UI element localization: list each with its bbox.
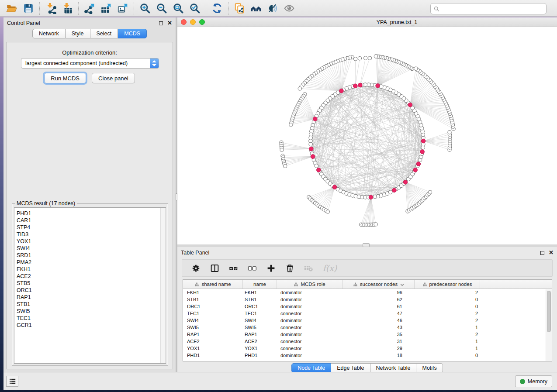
mcds-result-item[interactable]: STP4 bbox=[14, 224, 166, 231]
binoculars-icon bbox=[250, 3, 262, 14]
float-panel-icon[interactable] bbox=[159, 21, 163, 25]
refresh-layout-button[interactable] bbox=[210, 1, 225, 15]
column-header-successor-nodes[interactable]: successor nodes bbox=[343, 280, 415, 289]
mcds-result-item[interactable]: FKH1 bbox=[14, 266, 166, 273]
open-file-button[interactable] bbox=[4, 1, 19, 15]
table-panel-titlebar: Table Panel ✕ bbox=[177, 247, 557, 258]
export-network-button[interactable] bbox=[82, 1, 97, 15]
mcds-result-item[interactable]: YOX1 bbox=[14, 238, 166, 245]
duplicate-network-button[interactable] bbox=[232, 1, 247, 15]
zoom-in-button[interactable] bbox=[138, 1, 152, 15]
mcds-result-item[interactable]: TEC1 bbox=[14, 315, 166, 322]
tab-style[interactable]: Style bbox=[66, 29, 90, 38]
network-graph-canvas[interactable] bbox=[177, 27, 557, 244]
window-zoom-icon[interactable] bbox=[199, 19, 205, 25]
tab-edge-table[interactable]: Edge Table bbox=[331, 363, 370, 373]
column-header-shared-name[interactable]: shared name bbox=[183, 280, 243, 289]
mcds-result-item[interactable]: ACE2 bbox=[14, 273, 166, 280]
tab-select[interactable]: Select bbox=[90, 29, 118, 38]
window-close-icon[interactable] bbox=[181, 19, 187, 25]
show-columns-button[interactable] bbox=[209, 263, 220, 273]
table-row[interactable]: TEC1TEC1connector472 bbox=[183, 310, 480, 317]
mcds-result-item[interactable]: TID3 bbox=[14, 231, 166, 238]
tab-network-table[interactable]: Network Table bbox=[370, 363, 417, 373]
criterion-select[interactable]: largest connected component (undirected) bbox=[21, 58, 159, 69]
zoom-fit-button[interactable] bbox=[171, 1, 186, 15]
deselect-all-button[interactable] bbox=[246, 263, 258, 273]
cell: 2 bbox=[415, 310, 480, 317]
table-row[interactable]: STB1STB1dominator620 bbox=[183, 296, 480, 303]
export-table-button[interactable] bbox=[99, 1, 114, 15]
cell: 1 bbox=[415, 338, 480, 345]
tab-motifs[interactable]: Motifs bbox=[416, 363, 443, 373]
column-label: MCDS role bbox=[301, 282, 325, 287]
table-row[interactable]: SWI4SWI4dominator462 bbox=[183, 317, 480, 324]
run-mcds-button[interactable]: Run MCDS bbox=[44, 73, 86, 83]
column-header-name[interactable]: name bbox=[243, 280, 277, 289]
add-row-button[interactable] bbox=[265, 263, 277, 273]
mcds-result-list[interactable]: PHD1CAR1STP4TID3YOX1SWI4SRD1PMA2FKH1ACE2… bbox=[14, 207, 166, 364]
col-grid-icon bbox=[194, 282, 199, 287]
mcds-result-item[interactable]: SRD1 bbox=[14, 252, 166, 259]
import-network-button[interactable] bbox=[43, 1, 58, 15]
zoom-selected-icon bbox=[189, 3, 201, 14]
cell: 62 bbox=[343, 296, 415, 303]
table-row[interactable]: RAP1RAP1dominator352 bbox=[183, 331, 480, 338]
settings-button[interactable] bbox=[190, 263, 201, 273]
mcds-result-item[interactable]: STB1 bbox=[14, 301, 166, 308]
cell: connector bbox=[277, 338, 343, 345]
select-all-button[interactable] bbox=[228, 263, 239, 273]
table-row[interactable]: ORC1ORC1dominator610 bbox=[183, 303, 480, 310]
table-row[interactable]: SWI5SWI5connector431 bbox=[183, 324, 480, 331]
column-header-MCDS-role[interactable]: MCDS role bbox=[277, 280, 343, 289]
mcds-result-item[interactable]: CAR1 bbox=[14, 217, 166, 224]
mcds-result-item[interactable]: SWI4 bbox=[14, 245, 166, 252]
table-row[interactable]: YOX1YOX1connector291 bbox=[183, 345, 480, 352]
mcds-result-item[interactable]: PHD1 bbox=[14, 210, 166, 217]
search-box[interactable] bbox=[430, 3, 547, 14]
table-row[interactable]: PHD1PHD1dominator180 bbox=[183, 352, 480, 359]
horizontal-splitter-handle[interactable] bbox=[363, 243, 370, 247]
mcds-result-item[interactable]: GCR1 bbox=[14, 322, 166, 329]
zoom-out-button[interactable] bbox=[154, 1, 169, 15]
save-session-button[interactable] bbox=[21, 1, 36, 15]
zoom-selected-button[interactable] bbox=[187, 1, 202, 15]
table-row[interactable]: FKH1FKH1dominator962 bbox=[183, 289, 480, 296]
mcds-result-item[interactable]: PMA2 bbox=[14, 259, 166, 266]
delete-table-button bbox=[303, 263, 314, 273]
float-table-panel-icon[interactable] bbox=[540, 251, 544, 255]
close-table-panel-icon[interactable]: ✕ bbox=[549, 251, 554, 255]
column-header-predecessor-nodes[interactable]: predecessor nodes bbox=[415, 280, 480, 289]
tab-network[interactable]: Network bbox=[32, 29, 66, 38]
mcds-list-scrollbar[interactable] bbox=[160, 208, 165, 363]
table-panel: Table Panel ✕ f(x) shared namenameMCDS r… bbox=[177, 247, 557, 372]
search-input[interactable] bbox=[440, 4, 543, 13]
column-label: shared name bbox=[201, 282, 231, 287]
network-window-titlebar: YPA_prune.txt_1 bbox=[177, 17, 557, 27]
close-panel-button[interactable]: Close panel bbox=[92, 73, 135, 83]
task-history-button[interactable] bbox=[6, 376, 18, 387]
mcds-result-item[interactable]: RAP1 bbox=[14, 294, 166, 301]
show-graphics-details-button[interactable] bbox=[282, 1, 297, 15]
binoculars-button[interactable] bbox=[249, 1, 263, 15]
delete-row-button[interactable] bbox=[284, 263, 295, 273]
control-panel-title: Control Panel bbox=[7, 20, 40, 26]
zoom-in-icon bbox=[139, 3, 151, 14]
cell: SWI4 bbox=[183, 317, 243, 324]
window-minimize-icon[interactable] bbox=[190, 19, 196, 25]
import-table-button[interactable] bbox=[60, 1, 75, 15]
mcds-result-item[interactable]: ORC1 bbox=[14, 287, 166, 294]
mcds-result-item[interactable]: SWI5 bbox=[14, 308, 166, 315]
table-row[interactable]: ACE2ACE2connector311 bbox=[183, 338, 480, 345]
cell: TEC1 bbox=[183, 310, 243, 317]
export-image-button[interactable] bbox=[115, 1, 130, 15]
table-scrollbar[interactable] bbox=[546, 289, 552, 361]
close-panel-icon[interactable]: ✕ bbox=[167, 21, 172, 25]
hide-graphics-details-button[interactable] bbox=[265, 1, 280, 15]
tab-mcds[interactable]: MCDS bbox=[118, 29, 147, 38]
table-scrollbar-thumb[interactable] bbox=[547, 291, 551, 332]
tab-node-table[interactable]: Node Table bbox=[291, 363, 331, 373]
memory-status-icon bbox=[520, 379, 525, 384]
memory-button[interactable]: Memory bbox=[515, 375, 552, 387]
mcds-result-item[interactable]: STB5 bbox=[14, 280, 166, 287]
